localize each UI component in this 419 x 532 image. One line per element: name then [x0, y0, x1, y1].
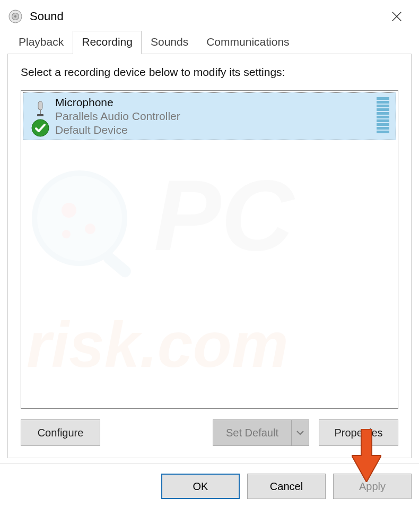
configure-button[interactable]: Configure: [21, 419, 100, 446]
tab-recording[interactable]: Recording: [73, 31, 142, 54]
device-list[interactable]: PC risk.com Microphone Parallels Audio C…: [21, 90, 398, 409]
microphone-icon: [34, 100, 47, 118]
tab-communications[interactable]: Communications: [197, 31, 298, 54]
watermark: PC risk.com: [21, 160, 398, 399]
device-name: Microphone: [55, 96, 377, 109]
svg-point-8: [62, 230, 71, 238]
device-icon: [28, 96, 53, 118]
tab-sounds[interactable]: Sounds: [142, 31, 197, 54]
cancel-button[interactable]: Cancel: [247, 474, 326, 499]
device-item-microphone[interactable]: Microphone Parallels Audio Controller De…: [23, 92, 396, 140]
svg-rect-9: [101, 250, 133, 279]
default-check-icon: [31, 118, 50, 138]
instruction-text: Select a recording device below to modif…: [21, 66, 398, 79]
set-default-button[interactable]: Set Default: [213, 419, 291, 446]
title-bar: Sound: [0, 0, 419, 31]
svg-point-7: [85, 224, 95, 234]
tab-strip: Playback Recording Sounds Communications: [0, 31, 419, 54]
set-default-dropdown[interactable]: [291, 419, 309, 446]
window-title: Sound: [30, 10, 64, 23]
svg-point-6: [62, 203, 76, 218]
ok-button[interactable]: OK: [161, 474, 240, 499]
svg-text:PC: PC: [154, 160, 295, 271]
dialog-button-row: OK Cancel Apply: [0, 464, 419, 499]
svg-rect-12: [38, 101, 42, 110]
chevron-down-icon: [296, 430, 304, 435]
tab-playback[interactable]: Playback: [10, 31, 73, 54]
device-text: Microphone Parallels Audio Controller De…: [53, 96, 377, 136]
sound-icon: [8, 10, 22, 23]
apply-button[interactable]: Apply: [333, 474, 412, 499]
panel-button-row: Configure Set Default Properties: [21, 419, 398, 446]
svg-text:risk.com: risk.com: [27, 309, 289, 380]
svg-point-2: [14, 15, 16, 18]
device-description: Parallels Audio Controller: [55, 110, 377, 123]
properties-button[interactable]: Properties: [319, 419, 398, 446]
device-status: Default Device: [55, 124, 377, 136]
svg-rect-14: [37, 114, 43, 116]
close-button[interactable]: [381, 5, 413, 28]
svg-point-5: [34, 173, 125, 263]
recording-panel: Select a recording device below to modif…: [7, 54, 412, 458]
level-meter: [377, 97, 389, 133]
set-default-split-button: Set Default: [213, 419, 309, 446]
